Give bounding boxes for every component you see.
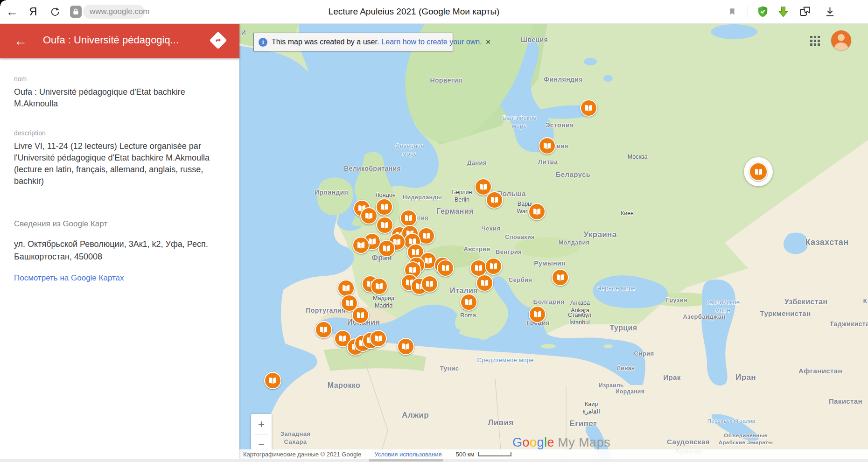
map-label-country: Ливан (617, 365, 635, 372)
map-label-country: Германия (436, 207, 473, 217)
extensions-button[interactable] (798, 6, 812, 18)
map-marker[interactable] (486, 191, 503, 209)
horizontal-scrollbar-thumb[interactable] (369, 459, 443, 462)
adblock-shield-button[interactable] (756, 6, 769, 18)
green-download-arrow-icon (777, 6, 789, 18)
map-label-city: Стамбул İstanbul (568, 311, 591, 327)
banner-close-button[interactable]: × (482, 37, 491, 47)
open-book-icon (554, 272, 566, 283)
nom-value: Oufa : Université pédagogique d'Etat bac… (14, 86, 225, 110)
downloads-button[interactable] (823, 6, 836, 18)
map-label-city: Каир القاهرة (582, 400, 600, 416)
map-marker[interactable] (539, 137, 556, 154)
open-book-icon (400, 341, 412, 352)
terms-of-use-link[interactable]: Условия использования (374, 451, 441, 458)
description-value: Livre VI, 11-24 (12 lecteurs) Lecture or… (14, 140, 225, 187)
map-marker[interactable] (437, 259, 454, 277)
map-label-country: Молдавия (559, 239, 589, 246)
map-label-country: И (241, 28, 246, 37)
map-marker[interactable] (476, 274, 493, 292)
open-book-icon (379, 219, 391, 231)
panel-divider (0, 206, 239, 206)
open-book-icon (343, 297, 355, 309)
map-label-water: Чёрное море (597, 285, 636, 293)
selected-map-marker[interactable] (749, 162, 768, 181)
zoom-in-button[interactable]: + (251, 414, 272, 434)
map-label-city: Анкара Ankara (570, 299, 590, 315)
yandex-icon[interactable]: Я (25, 0, 41, 23)
account-avatar[interactable] (831, 30, 851, 50)
map-label-water: Средиземное море (477, 357, 533, 364)
map-marker[interactable] (529, 306, 546, 323)
map-label-country: гия (418, 214, 428, 222)
map-label-water: Персидский залив (707, 418, 755, 425)
browser-back-button[interactable]: ← (4, 0, 21, 23)
banner-learn-link[interactable]: Learn how to create your own. (381, 38, 482, 46)
panel-back-button[interactable]: ← (14, 34, 27, 49)
map-marker[interactable] (370, 330, 387, 347)
map-label-country: Объединённые Арабские Эмираты (719, 432, 773, 446)
open-book-icon (381, 243, 392, 254)
address-bar[interactable]: www.google.com (83, 5, 145, 19)
view-on-google-maps-link[interactable]: Посмотреть на Google Картах (14, 273, 124, 283)
map-marker[interactable] (580, 99, 597, 117)
map-overlays: ИШвецияНорвегияФинляндияЭстониятвияЛитва… (239, 23, 868, 462)
map-label-country: Словакия (505, 233, 534, 241)
bookmark-button[interactable] (726, 6, 739, 18)
open-book-icon (318, 324, 329, 336)
user-map-banner: i This map was created by a user. Learn … (253, 33, 453, 51)
savefrom-button[interactable] (777, 6, 790, 18)
map-label-country: Дания (467, 159, 487, 167)
map-canvas[interactable]: ИШвецияНорвегияФинляндияЭстониятвияЛитва… (239, 23, 868, 462)
apps-grid-icon[interactable] (810, 36, 820, 46)
map-label-country: Болгария (533, 298, 565, 306)
map-marker[interactable] (400, 210, 417, 227)
map-label-country: Ливия (488, 418, 513, 428)
url-text: www.google.com (90, 7, 150, 16)
map-marker[interactable] (352, 307, 369, 324)
open-book-icon (477, 181, 489, 193)
map-marker[interactable] (376, 217, 393, 234)
avatar-head (838, 34, 845, 41)
nom-label: nom (14, 75, 225, 83)
map-marker[interactable] (337, 280, 355, 297)
map-label-country: Нидерланды (403, 194, 442, 201)
page-title: Lecture Apuleius 2021 (Google Мои карты) (328, 0, 500, 23)
window-corner (0, 0, 6, 6)
map-marker[interactable] (376, 198, 393, 216)
panel-body: nom Oufa : Université pédagogique d'Etat… (0, 75, 239, 283)
map-label-country: Афганистан (798, 366, 842, 376)
open-book-icon (267, 375, 279, 386)
browser-window: ← Я www.google.com Lecture Apuleius 2021… (0, 0, 868, 462)
map-label-country: Ирак (663, 373, 680, 382)
shield-check-icon (757, 6, 769, 18)
map-attribution-bar: Картографические данные © 2021 Google Ус… (239, 449, 868, 459)
reload-button[interactable] (47, 0, 63, 23)
map-marker[interactable] (264, 372, 281, 389)
open-book-icon (473, 262, 484, 274)
open-book-icon (531, 206, 543, 217)
address-text: ул. Октябрьской Революции, 3Ак1, k2, Уфа… (14, 238, 225, 263)
map-label-country: Австрия (464, 245, 490, 253)
map-marker[interactable] (485, 258, 502, 275)
map-marker[interactable] (371, 278, 388, 295)
map-label-country: Грузия (666, 296, 687, 304)
map-marker[interactable] (460, 294, 477, 311)
extensions-icon (799, 6, 811, 18)
open-book-icon (489, 194, 500, 206)
map-data-copyright: Картографические данные © 2021 Google (243, 451, 361, 458)
banner-text: This map was created by a user. (272, 38, 379, 46)
open-book-icon (532, 308, 543, 320)
map-marker[interactable] (315, 321, 332, 338)
map-marker[interactable] (421, 275, 438, 293)
map-marker[interactable] (397, 338, 414, 355)
map-label-country: Израиль (599, 382, 624, 390)
map-marker[interactable] (528, 203, 546, 220)
open-book-icon (337, 333, 349, 344)
map-marker[interactable] (552, 269, 569, 286)
scale-text: 500 км (456, 451, 475, 458)
scale-bar (478, 452, 511, 456)
directions-button[interactable] (209, 31, 227, 49)
map-marker[interactable] (352, 237, 370, 254)
map-marker[interactable] (360, 207, 378, 224)
